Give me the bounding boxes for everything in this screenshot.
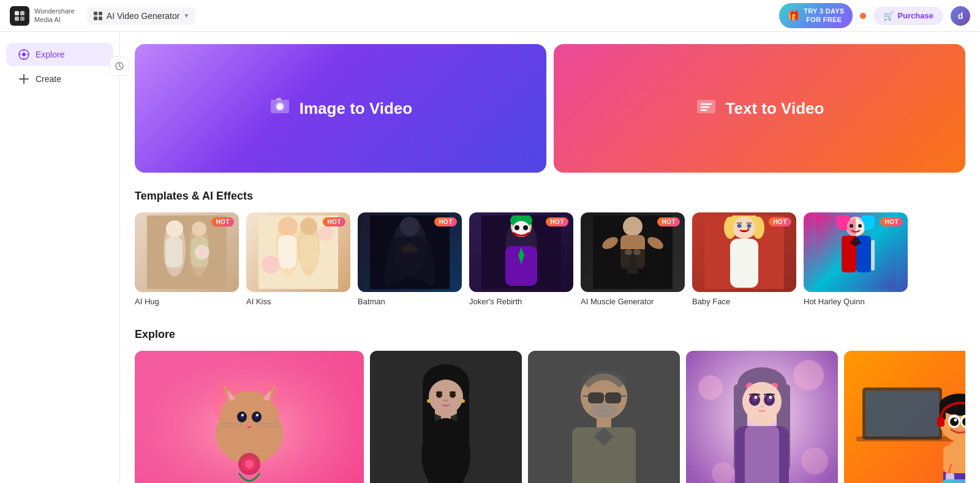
template-card-muscle[interactable]: HOT AI Muscle Generator: [581, 212, 685, 306]
cart-icon: 🛒: [883, 11, 894, 21]
svg-point-140: [698, 375, 723, 400]
svg-point-75: [737, 224, 742, 228]
template-card-harley[interactable]: HOT Hot Harley Quinn: [804, 212, 908, 306]
explore-card-cat[interactable]: Anyme: [135, 351, 364, 483]
svg-point-45: [400, 217, 420, 236]
ai-hug-visual: [147, 215, 227, 289]
text-icon: [695, 95, 717, 117]
logo-text: Wondershare Media AI: [34, 7, 75, 23]
svg-rect-2: [15, 17, 19, 21]
hot-badge-harley: HOT: [880, 217, 903, 227]
app-body: Explore Create: [0, 32, 980, 483]
svg-rect-30: [165, 237, 183, 268]
sidebar: Explore Create: [0, 32, 120, 483]
svg-point-121: [436, 392, 442, 398]
avatar[interactable]: d: [951, 6, 970, 26]
svg-rect-0: [15, 11, 19, 15]
avatar-initial: d: [958, 11, 963, 21]
svg-point-141: [793, 360, 824, 391]
logo[interactable]: Wondershare Media AI: [10, 6, 75, 26]
header: Wondershare Media AI AI Video Generator …: [0, 0, 980, 32]
cartoon-visual: [844, 351, 965, 483]
svg-rect-166: [943, 446, 965, 473]
header-left: Wondershare Media AI AI Video Generator …: [10, 6, 195, 26]
image-to-video-label: Image to Video: [300, 99, 412, 118]
svg-point-84: [850, 224, 853, 228]
sidebar-item-create[interactable]: Create: [6, 67, 113, 91]
explore-section: Explore: [135, 328, 965, 483]
try-free-button[interactable]: 🎁 TRY 3 DAYSFOR FREE: [779, 3, 853, 28]
svg-point-19: [277, 104, 282, 109]
text-video-icon: [695, 95, 717, 122]
explore-card-girl[interactable]: [370, 351, 522, 483]
template-thumb-ai-hug: HOT: [135, 212, 239, 292]
harley-visual: [816, 215, 895, 289]
gift-icon: 🎁: [788, 10, 800, 21]
template-card-ai-kiss[interactable]: HOT AI Kiss: [246, 212, 350, 306]
hot-badge-ai-hug: HOT: [211, 217, 234, 227]
svg-rect-134: [605, 392, 621, 403]
explore-card-anime[interactable]: [686, 351, 838, 483]
svg-rect-171: [937, 417, 944, 427]
svg-point-155: [755, 396, 758, 399]
explore-card-man[interactable]: [528, 351, 680, 483]
template-name-batman: Batman: [358, 297, 462, 306]
template-name-ai-kiss: AI Kiss: [246, 297, 350, 306]
svg-rect-159: [745, 426, 779, 483]
header-right: 🎁 TRY 3 DAYSFOR FREE 🛒 Purchase d: [779, 3, 970, 28]
muscle-visual: [593, 215, 673, 289]
history-icon: [115, 61, 124, 71]
svg-point-74: [733, 217, 755, 239]
svg-rect-163: [865, 391, 939, 436]
svg-point-102: [256, 414, 258, 416]
svg-point-42: [318, 227, 333, 241]
svg-point-156: [769, 396, 772, 399]
image-video-icon: [269, 95, 291, 122]
hot-badge-babyface: HOT: [769, 217, 791, 227]
create-icon: [18, 73, 29, 84]
svg-rect-7: [99, 17, 102, 20]
template-card-joker[interactable]: HOT Joker's Rebirth: [469, 212, 573, 306]
floating-try-badge[interactable]: TRY 3 DAYSFOR FREE: [942, 479, 965, 483]
history-toggle-button[interactable]: [110, 56, 129, 76]
template-thumb-harley: HOT: [804, 212, 908, 292]
svg-rect-133: [588, 392, 604, 403]
template-name-muscle: AI Muscle Generator: [581, 297, 685, 306]
sidebar-item-explore[interactable]: Explore: [6, 43, 113, 66]
templates-section: Templates & AI Effects: [135, 190, 965, 311]
explore-icon: [18, 49, 29, 60]
svg-rect-3: [20, 17, 24, 21]
nav-app-selector[interactable]: AI Video Generator ▼: [87, 7, 196, 24]
notification-dot: [860, 13, 866, 19]
logo-icon: [10, 6, 29, 26]
svg-point-138: [590, 403, 617, 418]
svg-point-37: [278, 217, 298, 236]
explore-card-cartoon[interactable]: TRY 3 DAYSFOR FREE: [844, 351, 965, 483]
purchase-button[interactable]: 🛒 Purchase: [873, 7, 943, 25]
text-to-video-banner[interactable]: Text to Video: [554, 44, 965, 173]
svg-point-9: [22, 53, 26, 56]
svg-rect-5: [99, 12, 102, 15]
ai-kiss-visual: [258, 215, 338, 289]
joker-visual: [481, 215, 561, 289]
templates-grid: HOT AI Hug: [135, 212, 965, 311]
sidebar-create-label: Create: [36, 74, 61, 84]
template-thumb-joker: HOT: [469, 212, 573, 292]
template-name-joker: Joker's Rebirth: [469, 297, 573, 306]
template-card-ai-hug[interactable]: HOT AI Hug: [135, 212, 239, 306]
svg-rect-40: [300, 235, 318, 269]
nav-app-label: AI Video Generator: [107, 11, 180, 21]
try-free-label: TRY 3 DAYSFOR FREE: [804, 7, 844, 23]
template-card-batman[interactable]: HOT Batman: [358, 212, 462, 306]
template-name-babyface: Baby Face: [692, 297, 796, 306]
svg-point-33: [198, 249, 206, 256]
svg-point-150: [742, 382, 782, 421]
template-name-harley: Hot Harley Quinn: [804, 297, 908, 306]
svg-point-60: [623, 217, 643, 236]
image-to-video-banner[interactable]: Image to Video: [135, 44, 546, 173]
svg-point-177: [954, 419, 957, 422]
template-card-babyface[interactable]: HOT Baby Face: [692, 212, 796, 306]
svg-rect-6: [94, 17, 97, 20]
purchase-label: Purchase: [897, 11, 933, 20]
svg-point-56: [523, 225, 528, 230]
